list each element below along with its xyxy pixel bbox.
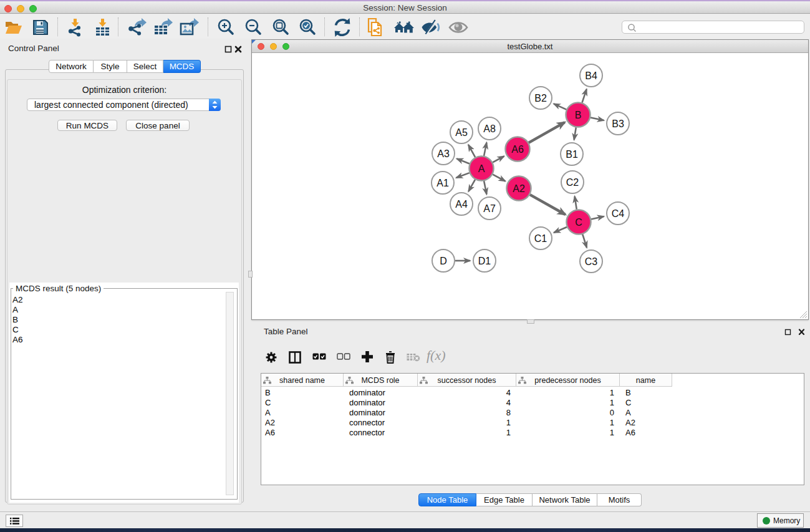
svg-text:C4: C4 <box>612 208 625 219</box>
svg-text:A6: A6 <box>511 144 524 155</box>
svg-text:A4: A4 <box>455 199 468 210</box>
svg-text:C2: C2 <box>566 177 579 188</box>
svg-text:B3: B3 <box>612 118 624 129</box>
svg-text:A5: A5 <box>455 127 468 138</box>
svg-text:C1: C1 <box>534 233 547 244</box>
svg-text:A8: A8 <box>483 123 496 134</box>
svg-text:B: B <box>575 110 582 120</box>
svg-text:C: C <box>575 217 582 228</box>
svg-text:D: D <box>440 256 447 266</box>
svg-text:A1: A1 <box>436 178 449 188</box>
svg-text:D1: D1 <box>478 256 491 266</box>
svg-text:A2: A2 <box>513 183 525 194</box>
svg-text:B2: B2 <box>534 93 547 104</box>
svg-text:C3: C3 <box>585 256 598 267</box>
svg-text:A3: A3 <box>437 148 450 159</box>
svg-text:B4: B4 <box>585 70 597 81</box>
svg-text:A7: A7 <box>483 203 496 214</box>
svg-text:A: A <box>478 163 485 174</box>
svg-text:B1: B1 <box>566 149 578 160</box>
